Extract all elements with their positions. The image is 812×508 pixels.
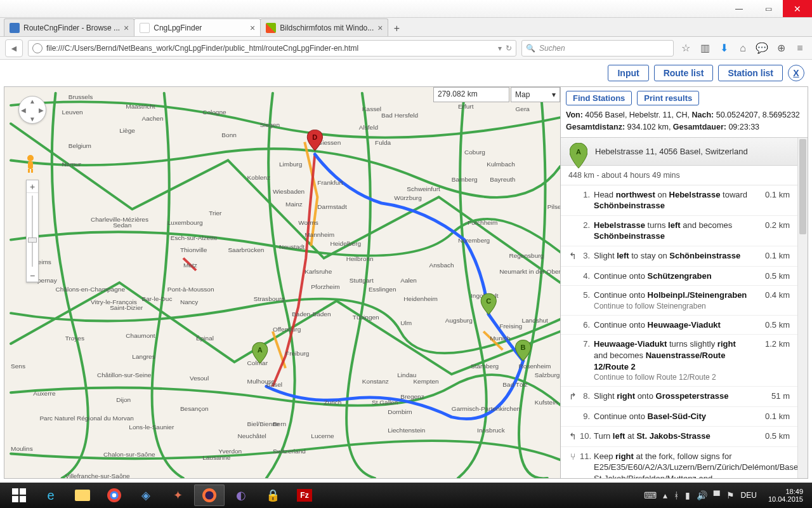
close-panel-button[interactable]: X (788, 65, 804, 81)
direction-step[interactable]: ↱ 8. Slight right onto Grosspeterstrasse… (561, 387, 797, 407)
taskbar-eclipse-icon[interactable]: ◐ (226, 485, 256, 506)
scrollbar[interactable] (797, 138, 808, 479)
direction-step[interactable]: 5. Continue onto Holbeinpl./Steinengrabe… (561, 286, 797, 316)
volume-icon[interactable]: 🔊 (697, 490, 707, 500)
origin-text: Hebelstrasse 11, 4056 Basel, Switzerland (595, 147, 748, 156)
tab-2[interactable]: Bildschirmfotos mit Windo... × (260, 18, 388, 36)
map-type-selector[interactable]: Map ▾ (511, 87, 560, 102)
taskbar-firefox-icon[interactable] (194, 485, 225, 506)
route-list-button[interactable]: Route list (654, 65, 714, 81)
map-city-label: Langres (132, 354, 155, 361)
direction-step[interactable]: ↰ 10. Turn left at St. Jakobs-Strasse 0.… (561, 427, 797, 447)
pan-right-icon[interactable]: ▶ (37, 105, 46, 114)
chat-icon[interactable]: 💬 (755, 41, 769, 55)
scrollbar-thumb[interactable] (799, 139, 806, 234)
clock[interactable]: 18:49 10.04.2015 (763, 488, 803, 503)
tab-0[interactable]: RouteCngFinder - Browse ... × (4, 18, 134, 36)
keyboard-icon[interactable]: ⌨ (644, 490, 657, 500)
start-button[interactable] (4, 485, 34, 506)
taskbar-ie-icon[interactable]: e (36, 485, 66, 506)
svg-rect-7 (28, 169, 30, 173)
map-city-label: Namur (62, 161, 82, 168)
map-city-label: Switzerland (273, 448, 306, 455)
origin-row[interactable]: A Hebelstrasse 11, 4056 Basel, Switzerla… (561, 138, 797, 166)
zoom-thumb[interactable] (28, 237, 37, 243)
zoom-out-button[interactable]: − (27, 269, 38, 282)
map-city-label: Strasbourg (254, 295, 285, 302)
taskbar[interactable]: e ◈ ✦ ◐ 🔒 Fz ⌨ ▴ ᚼ ▮ 🔊 ▀ ⚑ DEU 18:49 10.… (0, 483, 812, 508)
station-list-button[interactable]: Station list (718, 65, 783, 81)
distance-field[interactable]: 279.082 km (433, 87, 509, 102)
maneuver-icon (566, 189, 580, 211)
tab-close-icon[interactable]: × (250, 23, 255, 33)
map-city-label: Gera (516, 106, 530, 113)
direction-step[interactable]: 7. Heuwaage-Viadukt turns slightly right… (561, 335, 797, 387)
map-city-label: Innsbruck (477, 427, 505, 434)
home-icon[interactable]: ⌂ (736, 41, 750, 55)
map-city-label: Dijon (116, 396, 131, 403)
map-city-label: Cologne (202, 109, 226, 116)
tab-close-icon[interactable]: × (377, 23, 383, 33)
window-close[interactable]: ✕ (783, 0, 812, 17)
reload-icon[interactable]: ↻ (506, 44, 512, 53)
zoom-in-button[interactable]: + (27, 180, 38, 193)
pan-down-icon[interactable]: ▼ (28, 114, 37, 123)
bluetooth-icon[interactable]: ᚼ (674, 490, 679, 500)
flag-icon[interactable]: ⚑ (726, 490, 735, 500)
back-button[interactable]: ◄ (5, 39, 23, 57)
direction-step[interactable]: 9. Continue onto Basel-Süd-City 0.1 km (561, 407, 797, 427)
map-city-label: Schweinfurt (407, 185, 440, 192)
system-tray[interactable]: ⌨ ▴ ᚼ ▮ 🔊 ▀ ⚑ DEU 18:49 10.04.2015 (644, 488, 808, 503)
directions-list[interactable]: A Hebelstrasse 11, 4056 Basel, Switzerla… (561, 138, 797, 479)
taskbar-app1-icon[interactable]: ✦ (162, 485, 193, 506)
tray-chevron-icon[interactable]: ▴ (663, 490, 667, 500)
battery-icon[interactable]: ▮ (685, 490, 690, 500)
network-icon[interactable]: ▀ (714, 490, 720, 500)
tab-1[interactable]: CngLpgFinder × (134, 18, 261, 36)
zoom-slider[interactable] (27, 193, 38, 269)
dropdown-icon[interactable]: ▾ (498, 44, 502, 53)
step-text: Slight right onto Grosspeterstrasse (594, 391, 754, 403)
pan-up-icon[interactable]: ▲ (28, 97, 37, 105)
window-minimize[interactable]: — (724, 0, 754, 17)
map-city-label: Dornbirn (388, 408, 412, 415)
taskbar-vbox-icon[interactable]: ◈ (131, 485, 161, 506)
map-city-label: Metz (183, 262, 197, 269)
direction-step[interactable]: ⑂ 11. Keep right at the fork, follow sig… (561, 447, 797, 478)
find-stations-button[interactable]: Find Stations (566, 91, 632, 105)
direction-step[interactable]: 1. Head northwest on Hebelstrasse toward… (561, 185, 797, 216)
new-tab-button[interactable]: + (388, 21, 405, 36)
map[interactable]: BrusselsBelgiumMaastrichtAachenNamurColo… (4, 87, 560, 478)
library-icon[interactable]: ▥ (698, 41, 712, 55)
maneuver-icon: ↰ (566, 250, 580, 262)
map-city-label: Parc Naturel Régional du Morvan (39, 415, 134, 422)
taskbar-explorer-icon[interactable] (67, 485, 98, 506)
bookmark-icon[interactable]: ☆ (679, 41, 693, 55)
window-maximize[interactable]: ▭ (754, 0, 783, 17)
input-button[interactable]: Input (608, 65, 648, 81)
globe-icon (32, 43, 43, 53)
direction-step[interactable]: 2. Hebelstrasse turns left and becomes S… (561, 216, 797, 246)
download-icon[interactable]: ⬇ (717, 41, 731, 55)
pan-left-icon[interactable]: ◀ (19, 105, 28, 114)
tab-close-icon[interactable]: × (124, 23, 129, 33)
taskbar-chrome-icon[interactable] (99, 485, 129, 506)
chevron-down-icon: ▾ (552, 90, 556, 99)
direction-step[interactable]: 6. Continue onto Heuwaage-Viadukt 0.5 km (561, 316, 797, 335)
url-input[interactable]: file:///C:/Users/Bernd/NetBeans_work/Cng… (28, 40, 516, 57)
menu-icon[interactable]: ≡ (793, 41, 807, 55)
taskbar-app2-icon[interactable]: 🔒 (258, 485, 288, 506)
taskbar-filezilla-icon[interactable]: Fz (289, 485, 320, 506)
step-text: Continue onto Heuwaage-Viadukt (594, 319, 754, 331)
search-input[interactable]: 🔍 Suchen (521, 40, 674, 57)
direction-step[interactable]: 4. Continue onto Schützengraben 0.5 km (561, 267, 797, 286)
addon-icon[interactable]: ⊕ (774, 41, 788, 55)
streetview-pegman[interactable] (23, 154, 37, 173)
pan-control[interactable]: ▲ ◀▶ ▼ (18, 96, 46, 124)
print-results-button[interactable]: Print results (637, 91, 699, 105)
language-indicator[interactable]: DEU (741, 491, 757, 500)
map-city-label: Neumarkt in der Oberpfalz (499, 268, 560, 275)
zoom-control[interactable]: + − (26, 180, 39, 283)
direction-step[interactable]: ↰ 3. Slight left to stay on Schönbeinstr… (561, 246, 797, 267)
map-city-label: Siegen (260, 121, 280, 128)
